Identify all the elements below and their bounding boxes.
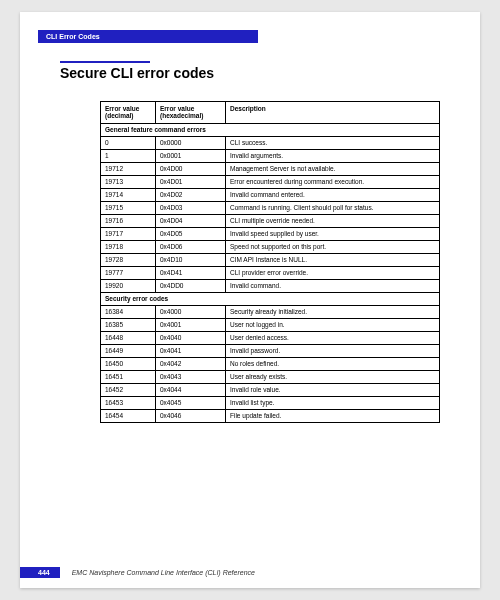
cell-desc: Invalid password. (226, 344, 440, 357)
cell-desc: Command is running. Client should poll f… (226, 201, 440, 214)
cell-desc: User already exists. (226, 370, 440, 383)
table-row: 197170x4D05Invalid speed supplied by use… (101, 227, 440, 240)
cell-desc: User denied access. (226, 331, 440, 344)
cell-desc: Error encountered during command executi… (226, 175, 440, 188)
cell-dec: 16451 (101, 370, 156, 383)
cell-desc: Invalid arguments. (226, 149, 440, 162)
cell-hex: 0x4DD0 (156, 279, 226, 292)
table-row: 197160x4D04CLI multiple override needed. (101, 214, 440, 227)
cell-desc: Invalid command. (226, 279, 440, 292)
header-section-label: CLI Error Codes (46, 33, 100, 40)
cell-dec: 19728 (101, 253, 156, 266)
cell-desc: Invalid command entered. (226, 188, 440, 201)
cell-hex: 0x4D06 (156, 240, 226, 253)
table-row: 197770x4D41CLI provider error override. (101, 266, 440, 279)
cell-hex: 0x4046 (156, 409, 226, 422)
cell-desc: Invalid list type. (226, 396, 440, 409)
cell-hex: 0x4D41 (156, 266, 226, 279)
cell-hex: 0x4041 (156, 344, 226, 357)
cell-dec: 16453 (101, 396, 156, 409)
table-row: 00x0000CLI success. (101, 136, 440, 149)
cell-hex: 0x4D02 (156, 188, 226, 201)
table-row: 164500x4042No roles defined. (101, 357, 440, 370)
table-section-label: General feature command errors (101, 123, 440, 136)
document-page: CLI Error Codes Secure CLI error codes E… (20, 12, 480, 588)
page-title: Secure CLI error codes (60, 65, 480, 81)
cell-desc: CLI provider error override. (226, 266, 440, 279)
footer-text: EMC Navisphere Command Line Interface (C… (72, 569, 255, 576)
title-rule (60, 61, 150, 63)
table-row: 197120x4D00Management Server is not avai… (101, 162, 440, 175)
table-row: 197140x4D02Invalid command entered. (101, 188, 440, 201)
cell-dec: 1 (101, 149, 156, 162)
cell-dec: 16449 (101, 344, 156, 357)
cell-desc: File update failed. (226, 409, 440, 422)
table-row: 164520x4044Invalid role value. (101, 383, 440, 396)
cell-dec: 0 (101, 136, 156, 149)
col-header-decimal: Error value (decimal) (101, 102, 156, 124)
table-row: 163850x4001User not logged in. (101, 318, 440, 331)
cell-desc: Speed not supported on this port. (226, 240, 440, 253)
cell-dec: 19714 (101, 188, 156, 201)
cell-hex: 0x4044 (156, 383, 226, 396)
cell-dec: 19716 (101, 214, 156, 227)
cell-hex: 0x4D05 (156, 227, 226, 240)
table-header-row: Error value (decimal) Error value (hexad… (101, 102, 440, 124)
table-row: 163840x4000Security already initialized. (101, 305, 440, 318)
cell-hex: 0x4000 (156, 305, 226, 318)
table-row: 199200x4DD0Invalid command. (101, 279, 440, 292)
cell-desc: Security already initialized. (226, 305, 440, 318)
page-number: 444 (20, 567, 60, 578)
cell-dec: 19717 (101, 227, 156, 240)
cell-desc: CLI multiple override needed. (226, 214, 440, 227)
cell-desc: Management Server is not available. (226, 162, 440, 175)
table-row: 197150x4D03Command is running. Client sh… (101, 201, 440, 214)
cell-dec: 16385 (101, 318, 156, 331)
cell-dec: 19920 (101, 279, 156, 292)
cell-dec: 16452 (101, 383, 156, 396)
cell-hex: 0x4D01 (156, 175, 226, 188)
table-row: 197280x4D10CIM API Instance is NULL. (101, 253, 440, 266)
cell-dec: 16454 (101, 409, 156, 422)
table-row: 164530x4045Invalid list type. (101, 396, 440, 409)
cell-desc: Invalid role value. (226, 383, 440, 396)
cell-desc: CIM API Instance is NULL. (226, 253, 440, 266)
cell-dec: 19777 (101, 266, 156, 279)
cell-dec: 16450 (101, 357, 156, 370)
cell-hex: 0x4001 (156, 318, 226, 331)
page-footer: 444 EMC Navisphere Command Line Interfac… (20, 567, 255, 578)
table-row: 197180x4D06Speed not supported on this p… (101, 240, 440, 253)
table-row: 164510x4043User already exists. (101, 370, 440, 383)
cell-hex: 0x0000 (156, 136, 226, 149)
table-section-row: General feature command errors (101, 123, 440, 136)
cell-desc: No roles defined. (226, 357, 440, 370)
error-code-table: Error value (decimal) Error value (hexad… (100, 101, 440, 423)
cell-dec: 16448 (101, 331, 156, 344)
cell-desc: Invalid speed supplied by user. (226, 227, 440, 240)
cell-dec: 16384 (101, 305, 156, 318)
col-header-hex: Error value (hexadecimal) (156, 102, 226, 124)
cell-hex: 0x4D04 (156, 214, 226, 227)
cell-hex: 0x4D10 (156, 253, 226, 266)
table-row: 10x0001Invalid arguments. (101, 149, 440, 162)
cell-hex: 0x4043 (156, 370, 226, 383)
table-row: 197130x4D01Error encountered during comm… (101, 175, 440, 188)
cell-hex: 0x4D00 (156, 162, 226, 175)
table-row: 164540x4046File update failed. (101, 409, 440, 422)
table-row: 164490x4041Invalid password. (101, 344, 440, 357)
cell-dec: 19713 (101, 175, 156, 188)
cell-dec: 19718 (101, 240, 156, 253)
cell-hex: 0x4042 (156, 357, 226, 370)
col-header-desc: Description (226, 102, 440, 124)
cell-hex: 0x4D03 (156, 201, 226, 214)
cell-hex: 0x4040 (156, 331, 226, 344)
error-code-table-wrap: Error value (decimal) Error value (hexad… (100, 101, 440, 423)
cell-dec: 19712 (101, 162, 156, 175)
table-row: 164480x4040User denied access. (101, 331, 440, 344)
cell-hex: 0x4045 (156, 396, 226, 409)
cell-dec: 19715 (101, 201, 156, 214)
cell-hex: 0x0001 (156, 149, 226, 162)
header-section-bar: CLI Error Codes (38, 30, 258, 43)
cell-desc: CLI success. (226, 136, 440, 149)
table-section-label: Security error codes (101, 292, 440, 305)
